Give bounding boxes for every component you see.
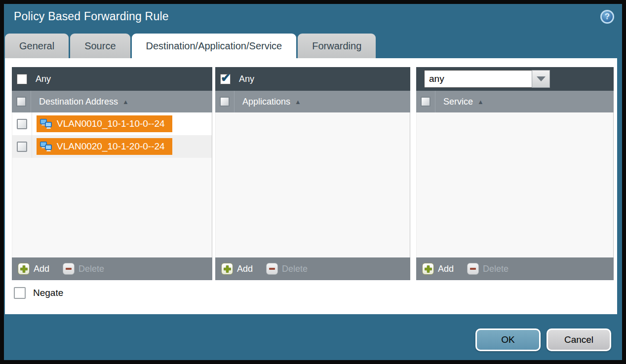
screen: Policy Based Forwarding Rule ? General S…	[0, 0, 626, 364]
sort-ascending-icon: ▲	[477, 98, 484, 106]
add-icon	[221, 263, 233, 275]
service-column-header: Service ▲	[416, 91, 614, 112]
sort-ascending-icon: ▲	[122, 98, 129, 106]
destination-address-list: VLAN0010_10-1-10-0--24	[12, 112, 212, 257]
tab-source[interactable]: Source	[70, 34, 130, 58]
destination-any-checkbox[interactable]	[17, 74, 27, 84]
applications-any-label: Any	[239, 74, 254, 84]
sort-ascending-icon: ▲	[295, 98, 301, 106]
service-footer: Add Delete	[416, 257, 614, 280]
address-object-tag: VLAN0020_10-1-20-0--24	[37, 138, 172, 155]
applications-select-all-checkbox[interactable]	[220, 97, 230, 107]
negate-checkbox[interactable]	[14, 287, 26, 299]
negate-label: Negate	[33, 288, 63, 298]
row-checkbox[interactable]	[17, 142, 27, 152]
tab-content-panel: Any Destination Address ▲	[5, 58, 617, 314]
delete-icon	[266, 263, 278, 275]
service-delete-button[interactable]: Delete	[467, 263, 509, 275]
tab-destination-application-service[interactable]: Destination/Application/Service	[132, 34, 297, 58]
destination-delete-button[interactable]: Delete	[63, 263, 104, 275]
add-icon	[18, 263, 30, 275]
destination-address-column: Any Destination Address ▲	[12, 67, 212, 280]
network-icon	[40, 142, 52, 152]
service-add-button[interactable]: Add	[422, 263, 454, 275]
add-icon	[422, 263, 434, 275]
destination-any-bar: Any	[12, 67, 212, 91]
service-dropdown[interactable]: any	[424, 70, 550, 88]
destination-address-row[interactable]: VLAN0020_10-1-20-0--24	[12, 135, 212, 158]
delete-icon	[63, 263, 75, 275]
destination-address-row[interactable]: VLAN0010_10-1-10-0--24	[12, 112, 212, 135]
negate-row: Negate	[14, 287, 63, 299]
network-icon	[40, 119, 52, 129]
destination-add-button[interactable]: Add	[18, 263, 49, 275]
service-header-label[interactable]: Service ▲	[443, 97, 484, 107]
tab-forwarding[interactable]: Forwarding	[298, 34, 376, 58]
applications-column-header: Applications ▲	[215, 91, 410, 112]
applications-header-label[interactable]: Applications ▲	[242, 97, 301, 107]
applications-column: Any Applications ▲	[215, 67, 410, 280]
service-select-all-checkbox[interactable]	[421, 97, 430, 107]
chevron-down-icon[interactable]	[532, 70, 550, 88]
applications-list	[215, 112, 410, 257]
delete-icon	[467, 263, 479, 275]
service-dropdown-bar: any	[416, 67, 614, 91]
policy-based-forwarding-rule-dialog: Policy Based Forwarding Rule ? General S…	[4, 4, 622, 360]
cancel-button[interactable]: Cancel	[547, 328, 611, 351]
tab-general[interactable]: General	[5, 34, 69, 58]
tab-bar: General Source Destination/Application/S…	[5, 34, 376, 58]
help-icon[interactable]: ?	[600, 10, 614, 24]
dialog-title: Policy Based Forwarding Rule	[14, 10, 169, 23]
service-column: any Service ▲	[416, 67, 614, 280]
address-object-name: VLAN0020_10-1-20-0--24	[57, 141, 165, 152]
address-object-tag: VLAN0010_10-1-10-0--24	[37, 115, 172, 132]
destination-header-label[interactable]: Destination Address ▲	[39, 97, 129, 107]
destination-any-label: Any	[36, 74, 51, 84]
row-checkbox[interactable]	[17, 119, 27, 129]
destination-footer: Add Delete	[12, 257, 212, 280]
service-dropdown-value: any	[424, 70, 532, 88]
applications-add-button[interactable]: Add	[221, 263, 253, 275]
applications-delete-button[interactable]: Delete	[266, 263, 308, 275]
service-list	[416, 112, 614, 257]
destination-select-all-checkbox[interactable]	[16, 97, 26, 107]
applications-footer: Add Delete	[215, 257, 410, 280]
address-object-name: VLAN0010_10-1-10-0--24	[57, 118, 165, 129]
destination-column-header: Destination Address ▲	[12, 91, 212, 112]
applications-any-checkbox[interactable]	[220, 74, 231, 84]
ok-button[interactable]: OK	[475, 328, 541, 351]
applications-any-bar: Any	[215, 67, 410, 91]
